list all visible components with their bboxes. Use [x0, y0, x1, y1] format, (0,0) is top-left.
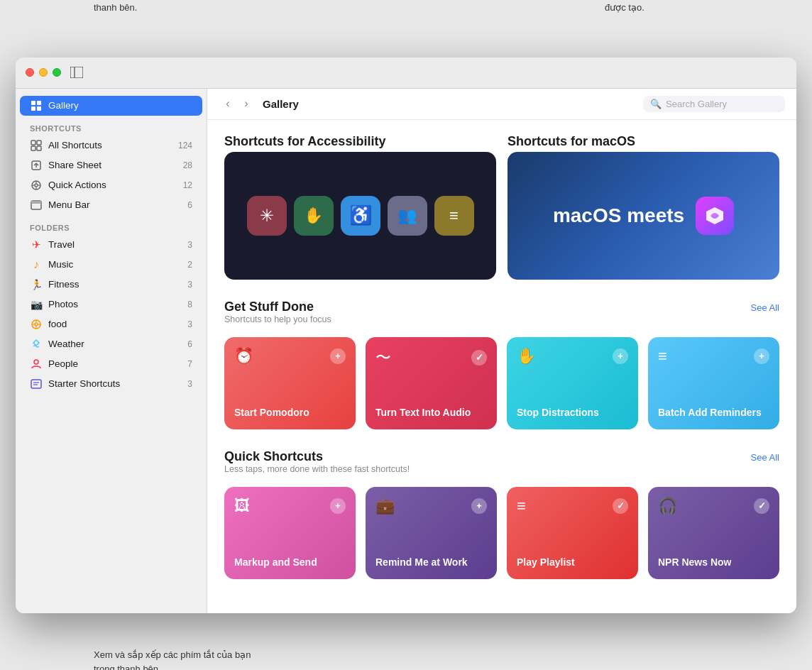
photos-count: 8: [187, 300, 192, 309]
folders-section-header: Folders: [16, 215, 207, 235]
play-playlist-card[interactable]: ≡ ✓ Play Playlist: [507, 487, 638, 579]
sidebar-item-gallery[interactable]: Gallery: [20, 96, 202, 116]
pomodoro-add-btn[interactable]: +: [330, 348, 346, 364]
shortcuts-logo: [696, 197, 734, 235]
all-shortcuts-label: All Shortcuts: [48, 140, 178, 150]
svg-rect-7: [37, 141, 41, 145]
sidebar-item-share-sheet[interactable]: Share Sheet 28: [20, 155, 202, 175]
sidebar-item-photos[interactable]: 📷 Photos 8: [20, 295, 202, 314]
accessibility-icon-2: ✋: [294, 196, 334, 236]
get-stuff-done-title-group: Get Stuff Done Shortcuts to help you foc…: [224, 300, 331, 334]
close-button[interactable]: [26, 68, 34, 77]
svg-rect-6: [31, 141, 35, 145]
macos-section: Shortcuts for macOS macOS meets: [508, 134, 779, 280]
sidebar-item-food[interactable]: food 3: [20, 314, 202, 334]
sidebar-item-all-shortcuts[interactable]: All Shortcuts 124: [20, 136, 202, 155]
macos-hero-card[interactable]: macOS meets: [508, 152, 779, 280]
all-shortcuts-count: 124: [178, 141, 192, 150]
accessibility-section: Shortcuts for Accessibility ✳ ✋ ♿ 👥 ≡: [224, 134, 496, 280]
traffic-lights: [26, 68, 61, 77]
sidebar: Gallery Shortcuts All Shortcuts 124: [16, 89, 207, 613]
quick-shortcuts-see-all[interactable]: See All: [751, 452, 779, 463]
get-stuff-done-see-all[interactable]: See All: [751, 302, 779, 313]
svg-rect-34: [31, 380, 41, 388]
macos-title: Shortcuts for macOS: [508, 134, 635, 149]
start-pomodoro-card[interactable]: ⏰ + Start Pomodoro: [224, 337, 356, 429]
quick-shortcuts-cards: 🖼 + Markup and Send 💼 + Remind Me at Wor…: [224, 487, 779, 579]
share-sheet-label: Share Sheet: [48, 160, 183, 170]
stop-distractions-card[interactable]: ✋ + Stop Distractions: [507, 337, 638, 429]
sidebar-item-fitness[interactable]: 🏃 Fitness 3: [20, 275, 202, 295]
svg-point-15: [35, 184, 38, 187]
svg-rect-3: [37, 101, 41, 105]
share-sheet-count: 28: [183, 160, 192, 170]
batch-icon: ≡: [658, 347, 667, 366]
annotation-top-left: Bấm để hiển thị hoặc ẩn thanh bên.: [94, 0, 214, 15]
svg-point-23: [35, 323, 38, 326]
sidebar-item-music[interactable]: ♪ Music 2: [20, 255, 202, 275]
accessibility-icon-4: 👥: [388, 196, 427, 236]
audio-check-btn[interactable]: ✓: [471, 350, 487, 366]
sidebar-item-weather[interactable]: Weather 6: [20, 334, 202, 354]
markup-send-card[interactable]: 🖼 + Markup and Send: [224, 487, 356, 579]
svg-point-33: [34, 360, 38, 364]
food-icon: [30, 318, 43, 331]
travel-count: 3: [187, 240, 192, 250]
weather-label: Weather: [48, 339, 187, 349]
quick-actions-icon: [30, 179, 43, 192]
playlist-check-btn[interactable]: ✓: [613, 498, 628, 514]
people-count: 7: [187, 359, 192, 369]
markup-add-btn[interactable]: +: [330, 498, 346, 514]
markup-icon: 🖼: [234, 497, 250, 515]
card-top-6: 💼 +: [375, 497, 487, 515]
search-input[interactable]: [666, 99, 778, 109]
search-icon: 🔍: [650, 99, 662, 109]
turn-text-audio-card[interactable]: 〜 ✓ Turn Text Into Audio: [366, 337, 497, 429]
share-sheet-icon: [30, 159, 43, 172]
fitness-label: Fitness: [48, 279, 187, 290]
npr-news-card[interactable]: 🎧 ✓ NPR News Now: [648, 487, 779, 579]
sidebar-item-starter[interactable]: Starter Shortcuts 3: [20, 374, 202, 394]
card-top-5: 🖼 +: [234, 497, 346, 515]
photos-icon: 📷: [30, 298, 43, 311]
menu-bar-count: 6: [187, 200, 192, 210]
window-body: Gallery Shortcuts All Shortcuts 124: [16, 89, 796, 613]
page-title: Gallery: [263, 98, 299, 110]
card-top-3: ✋ +: [517, 347, 628, 366]
sidebar-toggle-button[interactable]: [70, 66, 84, 79]
sidebar-item-travel[interactable]: ✈ Travel 3: [20, 235, 202, 255]
sidebar-item-people[interactable]: People 7: [20, 354, 202, 374]
accessibility-hero-card[interactable]: ✳ ✋ ♿ 👥 ≡: [224, 152, 496, 280]
card-top: ⏰ +: [234, 347, 346, 366]
sidebar-item-quick-actions[interactable]: Quick Actions 12: [20, 175, 202, 195]
stop-add-btn[interactable]: +: [613, 348, 628, 364]
remind-add-btn[interactable]: +: [471, 498, 487, 514]
batch-add-reminders-card[interactable]: ≡ + Batch Add Reminders: [648, 337, 779, 429]
sidebar-item-menu-bar[interactable]: Menu Bar 6: [20, 195, 202, 215]
card-top-4: ≡ +: [658, 347, 769, 366]
maximize-button[interactable]: [53, 68, 61, 77]
main-toolbar: ‹ › Gallery 🔍: [207, 89, 796, 120]
gallery-scroll: Shortcuts for Accessibility ✳ ✋ ♿ 👥 ≡: [207, 120, 796, 613]
get-stuff-done-subtitle: Shortcuts to help you focus: [224, 314, 331, 324]
playlist-check-icon: ✓: [617, 500, 625, 511]
npr-check-btn[interactable]: ✓: [754, 498, 769, 514]
menu-bar-label: Menu Bar: [48, 199, 187, 210]
weather-count: 6: [187, 339, 192, 349]
back-button[interactable]: ‹: [219, 96, 237, 111]
macos-meets-text: macOS meets: [553, 204, 684, 227]
quick-shortcuts-subtitle: Less taps, more done with these fast sho…: [224, 464, 410, 474]
starter-icon: [30, 378, 43, 390]
quick-shortcuts-header: Quick Shortcuts Less taps, more done wit…: [224, 449, 779, 484]
stop-label: Stop Distractions: [517, 406, 628, 419]
food-count: 3: [187, 319, 192, 329]
batch-add-btn[interactable]: +: [754, 348, 769, 364]
remind-work-card[interactable]: 💼 + Remind Me at Work: [366, 487, 497, 579]
forward-button[interactable]: ›: [237, 96, 256, 111]
accessibility-icon-5: ≡: [434, 196, 474, 236]
batch-label: Batch Add Reminders: [658, 406, 769, 419]
fitness-icon: 🏃: [30, 278, 43, 291]
minimize-button[interactable]: [39, 68, 48, 77]
svg-rect-0: [70, 67, 83, 78]
get-stuff-done-title: Get Stuff Done: [224, 300, 331, 314]
